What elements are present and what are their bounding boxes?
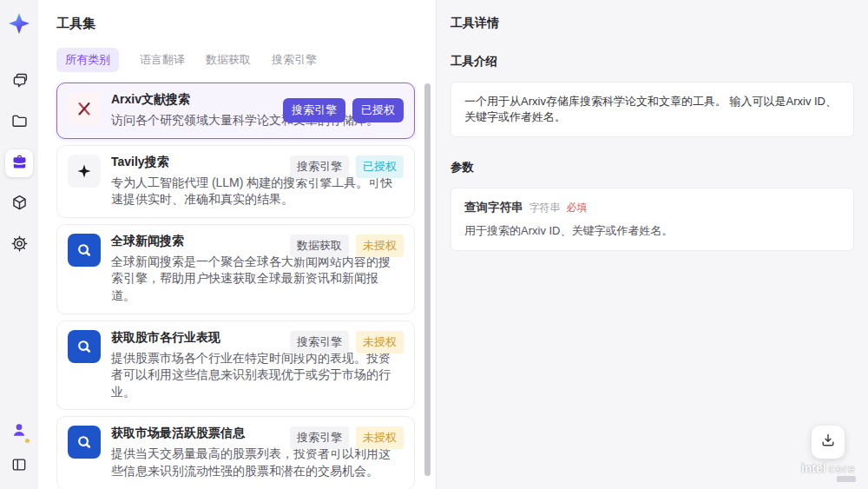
param-description: 用于搜索的Arxiv ID、关键字或作者姓名。 <box>464 223 840 239</box>
category-badge: 数据获取 <box>290 235 349 257</box>
intel-brand-text: intel <box>801 461 826 475</box>
list-scrollbar-thumb[interactable] <box>424 83 431 476</box>
sidebar-item-packages[interactable] <box>5 190 33 218</box>
intro-text-box: 一个用于从Arxiv存储库搜索科学论文和文章的工具。 输入可以是Arxiv ID… <box>450 82 854 137</box>
sidebar-item-settings[interactable] <box>5 231 33 259</box>
tab-search-engine[interactable]: 搜索引擎 <box>272 48 317 72</box>
folder-icon <box>10 112 29 134</box>
param-box: 查询字符串 字符串 必填 用于搜索的Arxiv ID、关键字或作者姓名。 <box>450 188 854 251</box>
tool-card-list: Arxiv文献搜索 访问各个研究领域大量科学论文和文章的存储库。 搜索引擎 已授… <box>56 83 415 489</box>
stock-search-icon <box>68 330 101 363</box>
tavily-star-icon <box>68 155 101 188</box>
sidebar-item-files[interactable] <box>5 109 33 136</box>
gear-icon <box>10 235 29 256</box>
tool-list-panel: 工具集 所有类别 语言翻译 数据获取 搜索引擎 Arxiv文献搜索 访问各个研究… <box>38 0 437 489</box>
arxiv-logo-icon <box>68 92 101 125</box>
stock-search-icon <box>68 426 101 459</box>
param-header: 查询字符串 字符串 必填 <box>464 200 840 215</box>
tool-card-sector-performance[interactable]: 获取股市各行业表现 提供股票市场各个行业在特定时间段内的表现。投资者可以利用这些… <box>56 320 415 411</box>
tool-card-most-active-stocks[interactable]: 获取市场最活跃股票信息 提供当天交易量最高的股票列表，投资者可以利用这些信息来识… <box>56 416 415 489</box>
tool-badges: 搜索引擎 已授权 <box>283 98 404 122</box>
param-name: 查询字符串 <box>464 200 523 215</box>
tab-data-fetch[interactable]: 数据获取 <box>206 48 251 72</box>
tool-description: 全球新闻搜索是一个聚合全球各大新闻网站内容的搜索引擎，帮助用户快速获取全球最新资… <box>111 254 398 305</box>
auth-status-badge: 已授权 <box>356 155 404 178</box>
auth-status-badge: 已授权 <box>352 98 404 122</box>
tool-badges: 搜索引擎 已授权 <box>290 155 404 178</box>
intro-heading: 工具介绍 <box>450 54 854 69</box>
collapse-panel-icon <box>10 456 28 477</box>
briefcase-icon <box>10 153 29 175</box>
icon-sidebar <box>0 0 38 489</box>
news-search-icon <box>68 234 101 267</box>
params-heading: 参数 <box>450 160 854 175</box>
sidebar-item-profile[interactable] <box>5 418 33 446</box>
tool-card-arxiv[interactable]: Arxiv文献搜索 访问各个研究领域大量科学论文和文章的存储库。 搜索引擎 已授… <box>56 83 415 139</box>
sidebar-item-toolbox[interactable] <box>5 149 33 177</box>
tool-card-global-news[interactable]: 全球新闻搜索 全球新闻搜索是一个聚合全球各大新闻网站内容的搜索引擎，帮助用户快速… <box>56 224 415 314</box>
tool-card-tavily[interactable]: Tavily搜索 专为人工智能代理 (LLM) 构建的搜索引擎工具。可快速提供实… <box>56 145 415 218</box>
tool-badges: 数据获取 未授权 <box>290 235 404 257</box>
tool-badges: 搜索引擎 未授权 <box>290 426 404 449</box>
cube-icon <box>10 194 29 215</box>
category-tabs: 所有类别 语言翻译 数据获取 搜索引擎 <box>56 48 436 72</box>
tool-detail-panel: 工具详情 工具介绍 一个用于从Arxiv存储库搜索科学论文和文章的工具。 输入可… <box>437 0 868 489</box>
download-button[interactable] <box>812 426 845 459</box>
category-badge: 搜索引擎 <box>290 331 349 354</box>
corner-widgets: intel core <box>801 426 856 482</box>
intel-logo-badge <box>837 476 856 482</box>
chat-icon <box>10 71 29 93</box>
category-badge: 搜索引擎 <box>290 426 349 449</box>
app-window: 工具集 所有类别 语言翻译 数据获取 搜索引擎 Arxiv文献搜索 访问各个研究… <box>0 0 868 489</box>
detail-title: 工具详情 <box>450 16 854 31</box>
auth-status-badge: 未授权 <box>356 235 404 257</box>
sidebar-item-chat[interactable] <box>5 68 33 96</box>
sidebar-bottom <box>5 418 33 480</box>
tool-description: 专为人工智能代理 (LLM) 构建的搜索引擎工具。可快速提供实时、准确和真实的结… <box>111 175 398 208</box>
app-logo-star-icon <box>8 12 30 38</box>
tool-description: 提供股票市场各个行业在特定时间段内的表现。投资者可以利用这些信息来识别表现优于或… <box>111 350 398 401</box>
param-type: 字符串 <box>529 201 561 215</box>
tab-translation[interactable]: 语言翻译 <box>140 48 185 72</box>
param-required-flag: 必填 <box>567 201 588 215</box>
download-icon <box>819 432 837 453</box>
category-badge: 搜索引擎 <box>290 155 349 178</box>
core-brand-text: core <box>829 462 856 475</box>
tab-all-categories[interactable]: 所有类别 <box>56 48 119 72</box>
status-dot <box>25 439 30 443</box>
sidebar-item-collapse[interactable] <box>5 453 33 480</box>
auth-status-badge: 未授权 <box>356 426 404 449</box>
category-badge: 搜索引擎 <box>283 98 345 122</box>
tool-description: 提供当天交易量最高的股票列表，投资者可以利用这些信息来识别流动性强的股票和潜在的… <box>111 446 398 479</box>
tool-badges: 搜索引擎 未授权 <box>290 331 404 354</box>
auth-status-badge: 未授权 <box>356 331 404 354</box>
page-title: 工具集 <box>56 16 436 32</box>
intel-core-logo: intel core <box>801 461 856 475</box>
